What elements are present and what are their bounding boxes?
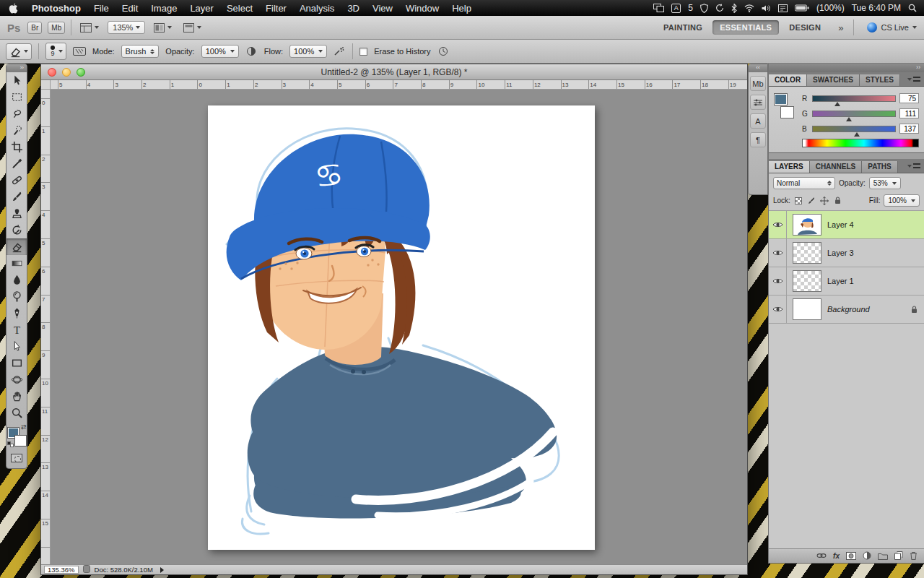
- brush-preset-picker[interactable]: 9: [45, 43, 66, 60]
- input-menu-icon[interactable]: A: [671, 4, 681, 13]
- g-slider-track[interactable]: [812, 111, 896, 117]
- panel-foreground-swatch[interactable]: [775, 94, 787, 105]
- tool-preset-picker[interactable]: [6, 43, 32, 60]
- pen-tool[interactable]: [6, 305, 27, 322]
- canvas-area[interactable]: ♋: [51, 90, 747, 564]
- lasso-tool[interactable]: [6, 105, 27, 122]
- layer-name[interactable]: Layer 3: [827, 249, 854, 257]
- history-brush-tool[interactable]: [6, 222, 27, 238]
- r-slider-track[interactable]: [812, 95, 896, 102]
- close-button[interactable]: [48, 68, 56, 77]
- blend-mode-dropdown[interactable]: Normal: [773, 177, 835, 189]
- menu-view[interactable]: View: [366, 3, 399, 14]
- menu-file[interactable]: File: [87, 3, 116, 14]
- cs-live-button[interactable]: CS Live: [860, 22, 917, 33]
- adjustments-panel-icon[interactable]: [750, 95, 766, 110]
- menu-3d[interactable]: 3D: [341, 3, 366, 14]
- airbrush-icon[interactable]: [334, 46, 346, 57]
- layer-row-layer-3[interactable]: Layer 3: [769, 239, 924, 267]
- default-colors-icon[interactable]: [7, 441, 14, 447]
- delete-layer-icon[interactable]: [910, 550, 918, 563]
- layer-mask-icon[interactable]: [846, 550, 856, 563]
- rotate-3d-tool[interactable]: [6, 371, 27, 388]
- crop-tool[interactable]: [6, 139, 27, 155]
- gradient-tool[interactable]: [6, 255, 27, 272]
- dodge-tool[interactable]: [6, 288, 27, 305]
- layers-tab-layers[interactable]: LAYERS: [769, 161, 810, 173]
- layer-thumbnail[interactable]: [793, 242, 821, 264]
- marquee-tool[interactable]: [6, 89, 27, 105]
- menu-photoshop[interactable]: Photoshop: [25, 3, 87, 14]
- tools-panel-collapse[interactable]: ››: [6, 64, 27, 72]
- mode-dropdown[interactable]: Brush: [121, 45, 160, 58]
- menu-select[interactable]: Select: [220, 3, 259, 14]
- menu-layer[interactable]: Layer: [183, 3, 220, 14]
- tablet-opacity-icon[interactable]: [245, 46, 258, 57]
- flow-dropdown[interactable]: 100%: [289, 45, 327, 58]
- status-zoom-field[interactable]: 135.36%: [44, 566, 79, 574]
- panels-collapse-arrows[interactable]: ››: [769, 64, 924, 72]
- clone-stamp-tool[interactable]: [6, 205, 27, 222]
- type-tool[interactable]: T: [6, 322, 27, 338]
- workspace-overflow-button[interactable]: »: [834, 22, 847, 33]
- zoom-tool[interactable]: [6, 405, 27, 421]
- adjustment-layer-icon[interactable]: [863, 550, 871, 563]
- layer-thumbnail[interactable]: [793, 298, 821, 320]
- workspace-design[interactable]: DESIGN: [782, 20, 828, 35]
- slider-thumb[interactable]: [846, 117, 852, 121]
- layer-style-icon[interactable]: fx: [833, 552, 840, 560]
- shield-icon[interactable]: [700, 4, 708, 13]
- canvas-artboard[interactable]: ♋: [208, 105, 595, 550]
- layer-row-background[interactable]: Background: [769, 296, 924, 324]
- visibility-eye-icon[interactable]: [769, 267, 787, 295]
- menu-edit[interactable]: Edit: [116, 3, 144, 14]
- layer-name[interactable]: Layer 1: [827, 277, 854, 285]
- menu-clock[interactable]: Tue 6:40 PM: [852, 3, 901, 13]
- layers-tab-channels[interactable]: CHANNELS: [810, 161, 863, 173]
- screen-mode-button[interactable]: [180, 22, 204, 34]
- workspace-essentials[interactable]: ESSENTIALS: [712, 20, 779, 35]
- path-selection-tool[interactable]: [6, 338, 27, 355]
- b-value-field[interactable]: 137: [899, 124, 919, 134]
- g-value-field[interactable]: 111: [899, 108, 919, 118]
- color-tab-color[interactable]: COLOR: [769, 74, 807, 86]
- arrange-documents-button[interactable]: [151, 22, 175, 34]
- opacity-dropdown[interactable]: 100%: [201, 45, 239, 58]
- panel-background-swatch[interactable]: [781, 107, 793, 118]
- new-layer-icon[interactable]: [894, 550, 903, 563]
- zoom-level-dropdown[interactable]: 135%: [108, 21, 145, 34]
- quick-selection-tool[interactable]: [6, 122, 27, 139]
- sync-icon[interactable]: [715, 4, 724, 12]
- status-options-arrow[interactable]: [160, 567, 164, 573]
- character-panel-icon[interactable]: A: [750, 113, 766, 129]
- blur-tool[interactable]: [6, 272, 27, 288]
- layers-panel-menu-icon[interactable]: [907, 163, 924, 168]
- link-layers-icon[interactable]: [816, 550, 827, 563]
- bluetooth-icon[interactable]: [731, 4, 737, 13]
- shape-tool[interactable]: [6, 355, 27, 371]
- menu-image[interactable]: Image: [144, 3, 183, 14]
- volume-icon[interactable]: [762, 4, 771, 12]
- mini-bridge-button[interactable]: Mb: [48, 22, 65, 34]
- menu-analysis[interactable]: Analysis: [293, 3, 341, 14]
- eyedropper-tool[interactable]: [6, 155, 27, 172]
- menu-window[interactable]: Window: [399, 3, 445, 14]
- visibility-eye-icon[interactable]: [769, 239, 787, 267]
- layer-opacity-dropdown[interactable]: 53%: [869, 177, 901, 189]
- minimize-button[interactable]: [62, 68, 71, 77]
- layer-thumbnail[interactable]: [793, 214, 821, 236]
- b-slider-track[interactable]: [812, 126, 896, 132]
- visibility-eye-icon[interactable]: [769, 296, 787, 323]
- displays-icon[interactable]: [653, 4, 664, 12]
- hand-tool[interactable]: [6, 388, 27, 405]
- r-value-field[interactable]: 75: [899, 93, 919, 103]
- spotlight-icon[interactable]: [908, 4, 917, 12]
- keyboard-viewer-icon[interactable]: [778, 4, 788, 12]
- lock-position-icon[interactable]: [820, 197, 829, 205]
- healing-brush-tool[interactable]: [6, 172, 27, 189]
- battery-icon[interactable]: [795, 4, 809, 12]
- lock-pixels-icon[interactable]: [807, 197, 816, 205]
- slider-thumb[interactable]: [834, 102, 840, 106]
- bridge-button[interactable]: Br: [27, 22, 42, 34]
- view-extras-button[interactable]: [77, 22, 102, 34]
